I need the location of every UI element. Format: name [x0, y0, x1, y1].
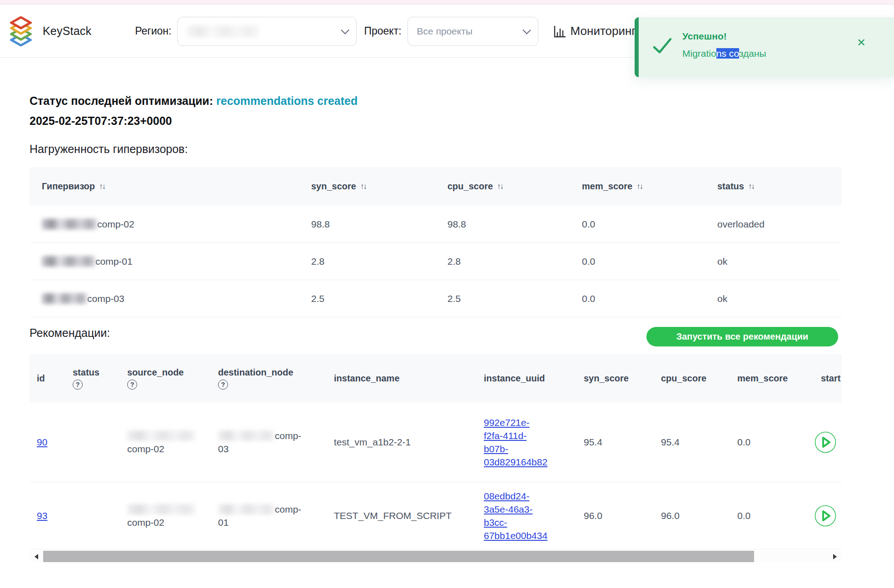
- scrollbar-track[interactable]: [43, 551, 828, 562]
- column-label: status: [73, 367, 99, 378]
- toast-message-selected-text: ns со: [716, 48, 739, 59]
- table-row: 90 comp-02 comp-03 test_vm_a1b2-2-1 992e…: [30, 402, 842, 482]
- toast-message: Migrations созданы: [682, 48, 766, 59]
- sort-icon: ↑↓: [748, 182, 754, 191]
- instance-uuid-link[interactable]: 992e721e-f2fa-411d-b07b-03d829164b82: [484, 416, 547, 469]
- recommendations-section-title: Рекомендации:: [30, 326, 110, 340]
- scroll-right-button[interactable]: [828, 551, 842, 562]
- cpu-score-cell: 95.4: [656, 402, 733, 482]
- status-cell: ok: [705, 280, 842, 317]
- optimization-status-line: Статус последней оптимизации: recommenda…: [30, 94, 358, 108]
- instance-uuid-cell: 08edbd24-3a5e-46a3-b3cc-67bb1e00b434: [479, 482, 579, 549]
- column-header-status: status?: [68, 354, 123, 402]
- recommendations-table: id status? source_node? destination_node…: [30, 354, 842, 549]
- syn-score-cell: 95.4: [579, 402, 656, 482]
- column-header-cpu-score: cpu_score: [656, 354, 733, 402]
- close-icon[interactable]: ✕: [857, 37, 866, 48]
- sort-icon: ↑↓: [99, 182, 105, 191]
- bar-chart-icon: [553, 25, 567, 38]
- toast-title: Успешно!: [682, 31, 766, 42]
- project-select[interactable]: Все проекты: [407, 17, 538, 46]
- source-node-cell: comp-02: [123, 402, 214, 482]
- mem-score-cell: 0.0: [733, 482, 810, 549]
- redacted-region-value: [187, 25, 259, 37]
- optimization-timestamp: 2025-02-25T07:37:23+0000: [30, 114, 172, 128]
- help-icon[interactable]: ?: [127, 380, 137, 390]
- column-header-syn-score[interactable]: syn_score↑↓: [299, 167, 435, 206]
- column-header-status[interactable]: status↑↓: [705, 167, 842, 206]
- run-recommendation-play-button[interactable]: [815, 431, 836, 453]
- status-cell: [68, 482, 123, 549]
- optimization-status-value: recommendations created: [216, 94, 358, 107]
- run-recommendation-play-button[interactable]: [815, 505, 836, 527]
- hypervisor-name-cell: comp-02: [30, 206, 299, 242]
- cpu-score-cell: 2.5: [435, 280, 570, 317]
- success-toast: Успешно! Migrations созданы ✕: [635, 17, 894, 77]
- column-header-instance-uuid: instance_uuid: [479, 354, 579, 402]
- redacted-text: [42, 219, 97, 229]
- syn-score-cell: 96.0: [579, 482, 656, 549]
- column-header-mem-score[interactable]: mem_score↑↓: [570, 167, 705, 206]
- run-all-recommendations-button[interactable]: Запустить все рекомендации: [646, 327, 838, 346]
- column-header-hypervisor[interactable]: Гипервизор↑↓: [30, 167, 299, 206]
- column-header-cpu-score[interactable]: cpu_score↑↓: [435, 167, 570, 206]
- cpu-score-cell: 2.8: [435, 243, 570, 280]
- hypervisor-name: comp-02: [97, 219, 134, 230]
- column-label: cpu_score: [661, 373, 706, 384]
- source-node: comp-02: [127, 517, 164, 528]
- mem-score-cell: 0.0: [570, 243, 705, 280]
- scrollbar-thumb[interactable]: [43, 551, 754, 562]
- redacted-text: [42, 293, 87, 304]
- region-select[interactable]: [177, 17, 357, 46]
- brand-name: KeyStack: [43, 25, 91, 38]
- column-header-destination-node: destination_node?: [214, 354, 329, 402]
- toast-message-part: зданы: [739, 48, 766, 59]
- project-label: Проект:: [364, 25, 401, 37]
- instance-uuid-cell: 992e721e-f2fa-411d-b07b-03d829164b82: [479, 402, 579, 482]
- column-label: instance_name: [334, 373, 400, 384]
- destination-node-cell: comp-03: [214, 402, 329, 482]
- syn-score-cell: 2.5: [299, 280, 435, 317]
- redacted-text: [127, 430, 195, 441]
- status-cell: overloaded: [705, 206, 842, 242]
- syn-score-cell: 2.8: [299, 243, 435, 280]
- table-row: comp-01 2.8 2.8 0.0 ok: [30, 243, 842, 280]
- recommendations-table-header: id status? source_node? destination_node…: [30, 354, 842, 402]
- toast-accent-bar: [635, 17, 639, 77]
- table-row: comp-03 2.5 2.5 0.0 ok: [30, 280, 842, 317]
- hypervisors-table-header: Гипервизор↑↓ syn_score↑↓ cpu_score↑↓ mem…: [30, 167, 842, 206]
- nav-monitoring[interactable]: Мониторинг: [553, 24, 636, 38]
- instance-uuid-link[interactable]: 08edbd24-3a5e-46a3-b3cc-67bb1e00b434: [484, 489, 547, 542]
- syn-score-cell: 98.8: [299, 206, 435, 242]
- arrow-right-icon: [833, 554, 837, 559]
- toast-message-part: Migratio: [682, 48, 716, 59]
- mem-score-cell: 0.0: [733, 402, 810, 482]
- sort-icon: ↑↓: [497, 182, 503, 191]
- start-cell: [810, 402, 842, 482]
- mem-score-cell: 0.0: [570, 206, 705, 242]
- recommendation-id-link[interactable]: 93: [37, 509, 47, 522]
- browser-top-strip: [0, 0, 894, 5]
- table-row: comp-02 98.8 98.8 0.0 overloaded: [30, 206, 842, 243]
- column-label: destination_node: [218, 367, 293, 378]
- source-node: comp-02: [127, 444, 164, 454]
- scroll-left-button[interactable]: [30, 551, 43, 562]
- hypervisor-name: comp-01: [95, 256, 133, 267]
- status-cell: ok: [705, 243, 842, 280]
- source-node-cell: comp-02: [123, 482, 214, 549]
- region-label: Регион:: [135, 25, 171, 37]
- column-label: syn_score: [311, 181, 356, 192]
- instance-name-cell: test_vm_a1b2-2-1: [329, 402, 479, 482]
- keystack-page: KeyStack Регион: Проект: Все проекты Мон…: [0, 0, 894, 588]
- column-label: source_node: [127, 367, 184, 378]
- column-header-mem-score: mem_score: [733, 354, 810, 402]
- optimization-status-label: Статус последней оптимизации:: [30, 94, 213, 107]
- redacted-text: [218, 504, 275, 514]
- keystack-logo-icon: [10, 16, 32, 46]
- help-icon[interactable]: ?: [218, 380, 228, 390]
- column-header-start: start: [810, 354, 842, 402]
- help-icon[interactable]: ?: [73, 380, 83, 390]
- check-icon: [652, 37, 672, 54]
- recommendation-id-link[interactable]: 90: [37, 435, 47, 449]
- arrow-left-icon: [35, 554, 38, 559]
